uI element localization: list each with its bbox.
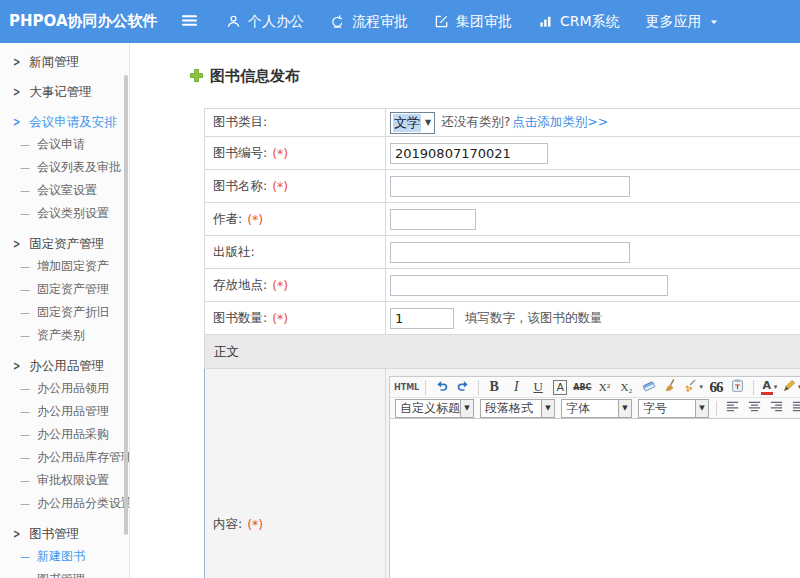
sidebar-group[interactable]: >大事记管理	[0, 81, 129, 103]
field-input-book-number[interactable]	[390, 143, 548, 164]
field-input-publisher[interactable]	[390, 242, 630, 263]
caret-down-icon: ▼	[425, 118, 431, 127]
undo-icon[interactable]	[431, 378, 451, 397]
superscript-button[interactable]: X²	[594, 378, 614, 397]
highlight-pen-icon[interactable]: ▾	[781, 378, 800, 397]
heading-dropdown[interactable]: 自定义标题▼	[395, 399, 474, 418]
sidebar-item-label: 新建图书	[37, 548, 85, 565]
sidebar-item-label: 会议室设置	[37, 182, 97, 199]
sidebar-item[interactable]: —办公用品管理	[0, 400, 129, 423]
field-label-category: 图书类目:	[205, 109, 386, 136]
dash-icon: —	[20, 574, 30, 578]
editor-content-area[interactable]	[390, 419, 800, 578]
sidebar-item[interactable]: —固定资产管理	[0, 278, 129, 301]
sidebar-item[interactable]: —办公用品采购	[0, 423, 129, 446]
nav-item-label: CRM系统	[560, 13, 620, 31]
eraser-icon	[641, 378, 656, 396]
eraser-icon[interactable]	[638, 378, 658, 397]
italic-button[interactable]: I	[506, 378, 526, 397]
workflow-icon	[330, 14, 345, 29]
sidebar-item[interactable]: —会议列表及审批	[0, 156, 129, 179]
editor-toolbar-row1: HTMLBIUAABCX²X₂▾66A▾▾▾▾	[390, 377, 800, 398]
align-left-button[interactable]	[722, 399, 742, 418]
sidebar-group-label: 固定资产管理	[29, 236, 104, 253]
chevron-right-icon: >	[13, 527, 20, 541]
align-left-icon	[725, 399, 740, 417]
clear-format-icon[interactable]	[660, 378, 680, 397]
required-mark: (*)	[272, 278, 288, 293]
paste-text-icon[interactable]	[728, 378, 748, 397]
format-painter-icon[interactable]: ▾	[682, 378, 704, 397]
sidebar-item-label: 会议申请	[37, 136, 85, 153]
sidebar-item[interactable]: —办公用品领用	[0, 377, 129, 400]
nav-item-4[interactable]: CRM系统	[538, 13, 620, 31]
font-color-button[interactable]: A▾	[759, 378, 779, 397]
field-value-book-name	[386, 170, 800, 202]
field-value-location	[386, 269, 800, 301]
sidebar-item[interactable]: —办公用品分类设置	[0, 492, 129, 515]
sidebar-item[interactable]: —新建图书	[0, 545, 129, 568]
chevron-right-icon: >	[13, 85, 20, 99]
sidebar-item[interactable]: —会议室设置	[0, 179, 129, 202]
subscript-button[interactable]: X₂	[616, 378, 636, 397]
category-select[interactable]: 文学▼	[390, 112, 435, 134]
blockquote-button[interactable]: 66	[706, 378, 726, 397]
bold-button[interactable]: B	[484, 378, 504, 397]
field-input-author[interactable]	[390, 209, 476, 230]
align-right-button[interactable]	[766, 399, 786, 418]
sidebar-item[interactable]: —图书管理	[0, 568, 129, 578]
category-select-value: 文学	[393, 114, 421, 132]
user-icon	[226, 14, 241, 29]
font-size-dropdown[interactable]: 字号▼	[638, 399, 709, 418]
dash-icon: —	[20, 307, 30, 318]
field-value-category: 文学▼还没有类别?点击添加类别>>	[386, 109, 800, 136]
hamburger-menu-button[interactable]	[178, 11, 200, 33]
sidebar-item[interactable]: —会议类别设置	[0, 202, 129, 225]
field-label-location: 存放地点:(*)	[205, 269, 386, 301]
strikethrough-button[interactable]: ABC	[572, 378, 592, 397]
sidebar-item[interactable]: —办公用品库存管理	[0, 446, 129, 469]
redo-icon	[456, 378, 471, 396]
field-label-text: 内容:	[213, 516, 242, 533]
font-border-button[interactable]: A	[550, 378, 570, 397]
nav-item-5[interactable]: 更多应用	[646, 13, 719, 31]
sidebar-group[interactable]: >图书管理	[0, 523, 129, 545]
sidebar-group[interactable]: >新闻管理	[0, 51, 129, 73]
chevron-right-icon: >	[13, 55, 20, 69]
sidebar-group[interactable]: >固定资产管理	[0, 233, 129, 255]
align-justify-button[interactable]	[788, 399, 800, 418]
toolbar-separator	[753, 380, 754, 395]
nav-item-2[interactable]: 流程审批	[330, 13, 408, 31]
sidebar-item[interactable]: —固定资产折旧	[0, 301, 129, 324]
plus-icon	[189, 68, 204, 86]
hamburger-icon	[180, 11, 199, 33]
field-input-quantity[interactable]	[390, 308, 454, 329]
underline-button[interactable]: U	[528, 378, 548, 397]
field-input-location[interactable]	[390, 275, 668, 296]
sidebar-item-label: 资产类别	[37, 327, 85, 344]
top-nav: 个人办公流程审批集团审批CRM系统更多应用	[226, 13, 719, 31]
app-logo: PHPOA协同办公软件	[0, 12, 178, 31]
sidebar-item[interactable]: —增加固定资产	[0, 255, 129, 278]
sidebar-scrollbar[interactable]	[124, 75, 128, 535]
sidebar-item[interactable]: —资产类别	[0, 324, 129, 347]
redo-icon[interactable]	[453, 378, 473, 397]
sidebar-item[interactable]: —会议申请	[0, 133, 129, 156]
source-code-button[interactable]: HTML	[393, 378, 420, 397]
add-category-link[interactable]: 点击添加类别>>	[512, 114, 608, 131]
field-value-quantity: 填写数字，该图书的数量	[386, 302, 800, 334]
align-center-button[interactable]	[744, 399, 764, 418]
sidebar-item[interactable]: —审批权限设置	[0, 469, 129, 492]
field-input-book-name[interactable]	[390, 176, 630, 197]
sidebar-group[interactable]: >办公用品管理	[0, 355, 129, 377]
paragraph-format-dropdown[interactable]: 段落格式▼	[480, 399, 555, 418]
sidebar-group[interactable]: >会议申请及安排	[0, 111, 129, 133]
nav-item-1[interactable]: 个人办公	[226, 13, 304, 31]
chevron-right-icon: >	[13, 115, 20, 129]
form-row-publisher: 出版社:	[204, 236, 800, 269]
nav-item-label: 集团审批	[456, 13, 512, 31]
font-family-dropdown[interactable]: 字体▼	[561, 399, 632, 418]
sidebar-group-label: 办公用品管理	[29, 358, 104, 375]
nav-item-3[interactable]: 集团审批	[434, 13, 512, 31]
field-value-publisher	[386, 236, 800, 268]
